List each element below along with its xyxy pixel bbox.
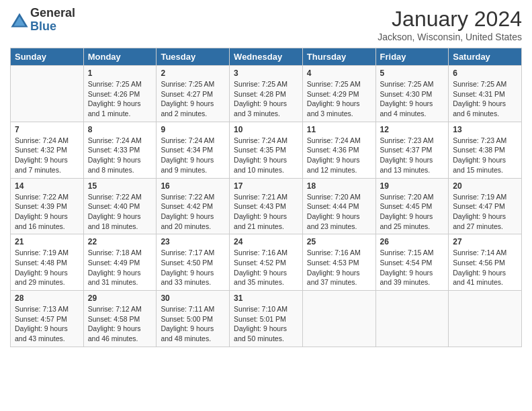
sunset-text: Sunset: 4:49 PM (88, 259, 140, 267)
sunset-text: Sunset: 4:45 PM (380, 202, 433, 210)
day-number: 17 (234, 181, 298, 191)
day-number: 30 (161, 293, 225, 303)
calendar-cell: 15 Sunrise: 7:22 AM Sunset: 4:40 PM Dayl… (83, 178, 157, 234)
daylight-text: Daylight: 9 hours and 2 minutes. (161, 99, 214, 118)
calendar-cell: 8 Sunrise: 7:24 AM Sunset: 4:33 PM Dayli… (83, 122, 157, 178)
daylight-text: Daylight: 9 hours and 50 minutes. (234, 324, 287, 342)
logo-icon (10, 11, 29, 30)
calendar-cell: 14 Sunrise: 7:22 AM Sunset: 4:39 PM Dayl… (11, 178, 84, 234)
sunrise-text: Sunrise: 7:23 AM (380, 136, 434, 144)
logo-blue: Blue (30, 20, 75, 34)
calendar-cell: 1 Sunrise: 7:25 AM Sunset: 4:26 PM Dayli… (83, 66, 157, 122)
sunrise-text: Sunrise: 7:16 AM (307, 248, 361, 257)
day-info: Sunrise: 7:14 AM Sunset: 4:56 PM Dayligh… (453, 248, 517, 287)
calendar-cell: 24 Sunrise: 7:16 AM Sunset: 4:52 PM Dayl… (230, 234, 303, 291)
daylight-text: Daylight: 9 hours and 48 minutes. (161, 324, 214, 342)
col-friday: Friday (375, 48, 449, 66)
day-number: 22 (88, 237, 152, 246)
sunrise-text: Sunrise: 7:25 AM (234, 80, 287, 88)
sunrise-text: Sunrise: 7:14 AM (453, 248, 506, 257)
calendar-table: Sunday Monday Tuesday Wednesday Thursday… (10, 48, 522, 347)
sunset-text: Sunset: 4:33 PM (88, 146, 140, 154)
sunset-text: Sunset: 4:39 PM (15, 202, 67, 210)
calendar-cell: 11 Sunrise: 7:24 AM Sunset: 4:36 PM Dayl… (302, 122, 375, 178)
day-info: Sunrise: 7:25 AM Sunset: 4:30 PM Dayligh… (380, 79, 445, 119)
sunset-text: Sunset: 4:47 PM (453, 202, 505, 210)
sunrise-text: Sunrise: 7:13 AM (15, 305, 69, 313)
col-saturday: Saturday (449, 48, 522, 66)
sunset-text: Sunset: 4:53 PM (307, 259, 359, 267)
calendar-cell: 7 Sunrise: 7:24 AM Sunset: 4:32 PM Dayli… (11, 122, 84, 178)
sunrise-text: Sunrise: 7:19 AM (15, 248, 69, 257)
header: General Blue January 2024 Jackson, Wisco… (10, 7, 522, 42)
calendar-cell: 30 Sunrise: 7:11 AM Sunset: 5:00 PM Dayl… (157, 291, 230, 347)
day-info: Sunrise: 7:25 AM Sunset: 4:31 PM Dayligh… (453, 79, 517, 119)
day-number: 31 (234, 293, 298, 303)
day-info: Sunrise: 7:22 AM Sunset: 4:42 PM Dayligh… (161, 192, 225, 232)
daylight-text: Daylight: 9 hours and 1 minute. (88, 99, 141, 118)
calendar-cell: 27 Sunrise: 7:14 AM Sunset: 4:56 PM Dayl… (449, 234, 522, 291)
day-number: 2 (161, 68, 225, 78)
daylight-text: Daylight: 9 hours and 13 minutes. (380, 156, 433, 174)
calendar-cell: 22 Sunrise: 7:18 AM Sunset: 4:49 PM Dayl… (83, 234, 157, 291)
title-section: January 2024 Jackson, Wisconsin, United … (378, 7, 522, 42)
sunset-text: Sunset: 4:54 PM (380, 259, 433, 267)
sunrise-text: Sunrise: 7:25 AM (380, 80, 434, 88)
day-number: 12 (380, 125, 445, 134)
sunset-text: Sunset: 4:26 PM (88, 90, 140, 98)
day-number: 28 (15, 293, 79, 303)
day-number: 25 (307, 237, 371, 246)
day-info: Sunrise: 7:25 AM Sunset: 4:27 PM Dayligh… (161, 79, 225, 119)
day-number: 23 (161, 237, 225, 246)
sunrise-text: Sunrise: 7:25 AM (307, 80, 361, 88)
col-thursday: Thursday (302, 48, 375, 66)
location-subtitle: Jackson, Wisconsin, United States (378, 32, 522, 42)
sunrise-text: Sunrise: 7:19 AM (453, 193, 506, 201)
main-container: General Blue January 2024 Jackson, Wisco… (0, 0, 532, 354)
daylight-text: Daylight: 9 hours and 33 minutes. (161, 269, 214, 287)
sunset-text: Sunset: 4:58 PM (88, 315, 140, 323)
daylight-text: Daylight: 9 hours and 12 minutes. (307, 156, 360, 174)
calendar-cell: 13 Sunrise: 7:23 AM Sunset: 4:38 PM Dayl… (449, 122, 522, 178)
sunset-text: Sunset: 5:01 PM (234, 315, 286, 323)
sunrise-text: Sunrise: 7:20 AM (380, 193, 434, 201)
sunrise-text: Sunrise: 7:25 AM (161, 80, 214, 88)
sunset-text: Sunset: 4:37 PM (380, 146, 433, 154)
sunrise-text: Sunrise: 7:25 AM (453, 80, 506, 88)
daylight-text: Daylight: 9 hours and 3 minutes. (234, 99, 287, 118)
day-number: 1 (88, 68, 152, 78)
col-sunday: Sunday (11, 48, 84, 66)
daylight-text: Daylight: 9 hours and 4 minutes. (380, 99, 433, 118)
sunrise-text: Sunrise: 7:16 AM (234, 248, 287, 257)
day-number: 19 (380, 181, 445, 191)
logo-text: General Blue (30, 7, 75, 34)
calendar-cell: 28 Sunrise: 7:13 AM Sunset: 4:57 PM Dayl… (11, 291, 84, 347)
day-number: 16 (161, 181, 225, 191)
sunset-text: Sunset: 4:32 PM (15, 146, 67, 154)
day-number: 21 (15, 237, 79, 246)
daylight-text: Daylight: 9 hours and 39 minutes. (380, 269, 433, 287)
sunset-text: Sunset: 4:36 PM (307, 146, 359, 154)
calendar-cell: 10 Sunrise: 7:24 AM Sunset: 4:35 PM Dayl… (230, 122, 303, 178)
month-year-title: January 2024 (378, 7, 522, 32)
calendar-cell (449, 291, 522, 347)
day-number: 27 (453, 237, 517, 246)
sunrise-text: Sunrise: 7:24 AM (234, 136, 287, 144)
sunset-text: Sunset: 4:56 PM (453, 259, 505, 267)
sunrise-text: Sunrise: 7:24 AM (88, 136, 142, 144)
calendar-cell: 6 Sunrise: 7:25 AM Sunset: 4:31 PM Dayli… (449, 66, 522, 122)
sunrise-text: Sunrise: 7:18 AM (88, 248, 142, 257)
calendar-cell: 21 Sunrise: 7:19 AM Sunset: 4:48 PM Dayl… (11, 234, 84, 291)
calendar-cell: 23 Sunrise: 7:17 AM Sunset: 4:50 PM Dayl… (157, 234, 230, 291)
day-info: Sunrise: 7:15 AM Sunset: 4:54 PM Dayligh… (380, 248, 445, 287)
sunset-text: Sunset: 4:31 PM (453, 90, 505, 98)
sunrise-text: Sunrise: 7:24 AM (15, 136, 69, 144)
sunrise-text: Sunrise: 7:24 AM (307, 136, 361, 144)
daylight-text: Daylight: 9 hours and 18 minutes. (88, 212, 141, 230)
day-number: 5 (380, 68, 445, 78)
sunset-text: Sunset: 4:42 PM (161, 202, 213, 210)
day-number: 20 (453, 181, 517, 191)
calendar-week-row: 7 Sunrise: 7:24 AM Sunset: 4:32 PM Dayli… (11, 122, 522, 178)
day-number: 9 (161, 125, 225, 134)
daylight-text: Daylight: 9 hours and 3 minutes. (307, 99, 360, 118)
